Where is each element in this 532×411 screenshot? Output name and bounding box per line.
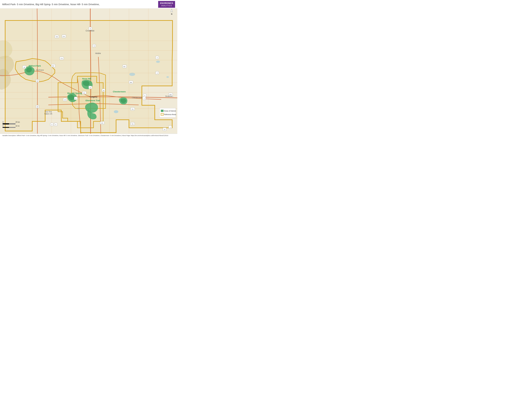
svg-text:1: 1 <box>170 127 171 128</box>
svg-text:1: 1 <box>144 98 145 99</box>
svg-text:N: N <box>171 13 172 15</box>
map-svg: 2 2 22 22 1A 1A 567 567 72 566 791 791 2… <box>0 9 177 134</box>
logo: ENVIRONICS ANALYTICS <box>158 1 175 8</box>
svg-rect-96 <box>9 123 16 124</box>
svg-text:Nation 145: Nation 145 <box>45 113 52 115</box>
svg-text:Cochrane: Cochrane <box>36 69 44 71</box>
svg-text:566: 566 <box>130 82 132 83</box>
svg-text:Nose Hill: Nose Hill <box>82 77 91 80</box>
svg-text:201: 201 <box>101 122 103 124</box>
svg-text:567: 567 <box>52 65 54 67</box>
svg-text:1A: 1A <box>24 66 25 68</box>
svg-text:Areas of Interest: Areas of Interest <box>164 110 176 112</box>
svg-rect-107 <box>161 113 163 115</box>
svg-text:772: 772 <box>60 58 63 59</box>
svg-text:9: 9 <box>144 95 145 96</box>
svg-text:0: 0 <box>3 121 4 123</box>
svg-text:Airdrie: Airdrie <box>95 52 101 55</box>
svg-text:791: 791 <box>131 123 134 125</box>
svg-rect-99 <box>3 127 9 128</box>
svg-text:Tsuu Tina: Tsuu Tina <box>45 111 52 113</box>
svg-text:Milford Park: Milford Park <box>29 65 41 67</box>
svg-text:22: 22 <box>37 80 38 82</box>
svg-text:2: 2 <box>90 87 91 88</box>
svg-text:20: 20 <box>103 90 104 91</box>
footer: Variable Description: Milford Park- 5 mi… <box>0 134 177 137</box>
svg-rect-104 <box>160 108 176 118</box>
map-container[interactable]: 2 2 22 22 1A 1A 567 567 72 566 791 791 2… <box>0 9 177 134</box>
svg-text:22: 22 <box>37 106 38 108</box>
svg-text:9: 9 <box>157 72 158 74</box>
svg-rect-95 <box>3 123 9 124</box>
svg-text:0: 0 <box>3 125 4 127</box>
svg-text:8: 8 <box>56 124 56 125</box>
footer-line2: Copyright ©2020 Environics Analytics (EA… <box>2 137 175 137</box>
svg-text:72: 72 <box>94 45 95 47</box>
svg-text:20 km: 20 km <box>16 121 20 123</box>
svg-text:Strathmo...: Strathmo... <box>165 95 174 97</box>
svg-rect-105 <box>161 110 163 112</box>
svg-text:791: 791 <box>131 108 134 110</box>
footer-line1: Variable Description: Milford Park- 5 mi… <box>2 134 175 137</box>
svg-text:201: 201 <box>83 92 85 94</box>
svg-text:2: 2 <box>90 28 91 29</box>
svg-text:567: 567 <box>123 66 126 67</box>
svg-text:8: 8 <box>52 124 52 125</box>
svg-text:9: 9 <box>157 57 158 58</box>
svg-text:1A: 1A <box>64 99 66 101</box>
svg-rect-100 <box>9 127 16 128</box>
svg-text:574: 574 <box>63 36 65 37</box>
svg-text:Big Hill Spring: Big Hill Spring <box>67 92 82 94</box>
svg-text:24: 24 <box>164 129 165 130</box>
map-title: Milford Park- 5 min Drivetime, Big Hill … <box>2 3 100 6</box>
header: Milford Park- 5 min Drivetime, Big Hill … <box>0 0 177 9</box>
svg-text:Calgary: Calgary <box>90 96 97 98</box>
svg-text:Chestermere: Chestermere <box>132 97 142 98</box>
logo-line2: ANALYTICS <box>160 5 173 7</box>
svg-text:Glenmore Trail: Glenmore Trail <box>86 99 100 102</box>
svg-text:1: 1 <box>76 98 76 99</box>
svg-text:10 mi: 10 mi <box>16 125 19 127</box>
svg-text:Chestermere: Chestermere <box>113 90 126 93</box>
svg-text:Crossfield: Crossfield <box>86 30 94 32</box>
logo-line1: ENVIRONICS <box>160 2 173 5</box>
svg-text:Reference Areas: Reference Areas <box>164 114 176 115</box>
svg-text:766: 766 <box>56 36 58 37</box>
